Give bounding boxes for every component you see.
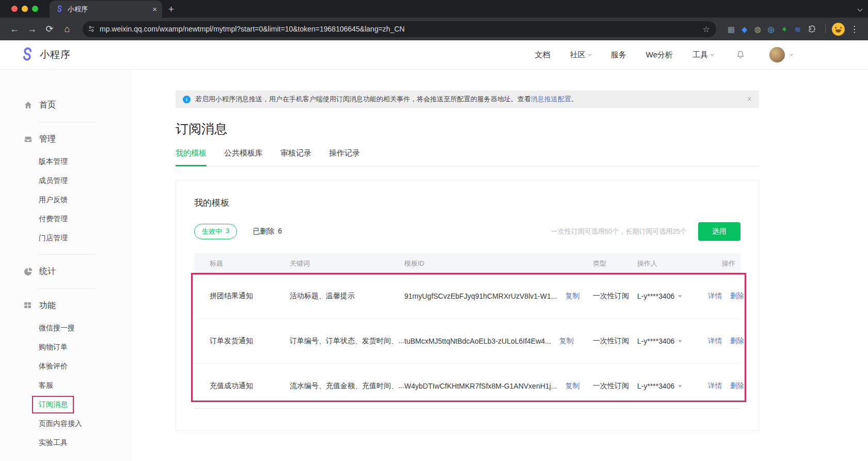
chevron-down-icon <box>711 52 714 56</box>
delete-link[interactable]: 删除 <box>730 292 744 300</box>
ext-grid-icon[interactable]: ▦ <box>728 25 735 33</box>
toolbar-divider <box>825 24 826 34</box>
sidebar-item-page-content-access[interactable]: 页面内容接入 <box>39 419 82 428</box>
sidebar-item-experiment-tools[interactable]: 实验工具 <box>39 438 68 448</box>
reload-icon[interactable]: ⟳ <box>42 22 57 36</box>
detail-link[interactable]: 详情 <box>708 292 722 300</box>
copy-link[interactable]: 复制 <box>559 336 574 346</box>
nav-services[interactable]: 服务 <box>611 50 626 60</box>
template-id-cell: W4ybDTIwCfKHtMKR7fSfx8M-G1ANVxenH1j... 复… <box>404 381 593 391</box>
chevron-down-icon <box>790 52 793 56</box>
browser-toolbar: ← → ⟳ ⌂ mp.weixin.qq.com/wxamp/newtmpl/m… <box>0 18 868 40</box>
extensions-puzzle-icon[interactable] <box>808 25 816 33</box>
tab-operation-records[interactable]: 操作记录 <box>329 148 360 166</box>
banner-text: 若启用小程序消息推送，用户在手机客户端使用订阅消息功能的相关事件，将会推送至所配… <box>195 95 531 104</box>
info-banner: i 若启用小程序消息推送，用户在手机客户端使用订阅消息功能的相关事件，将会推送至… <box>176 90 759 108</box>
sidebar-item-management[interactable]: 管理 <box>23 134 132 145</box>
sidebar-item-version-management[interactable]: 版本管理 <box>39 157 68 166</box>
col-operator: 操作人 <box>637 259 702 268</box>
notifications-bell-icon[interactable] <box>735 50 746 60</box>
banner-close-icon[interactable]: × <box>747 95 752 104</box>
template-type: 一次性订阅 <box>593 291 637 301</box>
main-content: i 若启用小程序消息推送，用户在手机客户端使用订阅消息功能的相关事件，将会推送至… <box>132 70 868 461</box>
caret-down-icon <box>678 340 682 343</box>
features-subitems: 微信搜一搜 购物订单 体验评价 客服 订阅消息 页面内容接入 实验工具 <box>39 324 132 448</box>
sidebar-item-statistics[interactable]: 统计 <box>23 266 132 277</box>
template-id-cell: tuBMcxMJ5ttqNtBdcAoELb3-zULoL6If4Ew4... … <box>404 336 593 346</box>
copy-link[interactable]: 复制 <box>565 291 580 301</box>
delete-link[interactable]: 删除 <box>730 337 744 345</box>
ext-ring-icon[interactable]: ◎ <box>768 25 775 33</box>
screen: 小程序 × + ← → ⟳ ⌂ mp.weixin.qq.com/wxamp/n… <box>0 0 868 461</box>
url-text[interactable]: mp.weixin.qq.com/wxamp/newtmpl/mytmpl?st… <box>100 25 698 33</box>
col-template-id: 模板ID <box>404 259 593 268</box>
chevron-down-icon <box>588 52 592 56</box>
nav-docs[interactable]: 文档 <box>535 50 550 60</box>
operator-dropdown[interactable]: L-y****3406 <box>637 382 702 390</box>
tab-my-templates[interactable]: 我的模板 <box>176 148 207 166</box>
sidebar-item-label: 统计 <box>39 266 56 277</box>
sidebar-item-features[interactable]: 功能 <box>23 300 132 311</box>
copy-link[interactable]: 复制 <box>565 381 580 391</box>
delete-link[interactable]: 删除 <box>730 382 744 390</box>
sidebar-item-customer-service[interactable]: 客服 <box>39 381 53 390</box>
select-template-button[interactable]: 选用 <box>698 222 740 241</box>
ext-layers-icon[interactable]: ≋ <box>794 25 801 33</box>
sidebar-item-wechat-search[interactable]: 微信搜一搜 <box>39 324 75 333</box>
management-subitems: 版本管理 成员管理 用户反馈 付费管理 门店管理 <box>39 157 132 243</box>
operator-dropdown[interactable]: L-y****3406 <box>637 337 702 345</box>
brand[interactable]: 小程序 <box>20 47 71 63</box>
home-icon <box>23 100 33 110</box>
sidebar-item-payment-management[interactable]: 付费管理 <box>39 214 68 224</box>
quota-hint: 一次性订阅可选用50个，长期订阅可选用25个 <box>551 227 687 236</box>
address-bar[interactable]: mp.weixin.qq.com/wxamp/newtmpl/mytmpl?st… <box>83 21 716 37</box>
minimize-window-icon[interactable] <box>22 6 28 12</box>
maximize-window-icon[interactable] <box>32 6 38 12</box>
sidebar-item-store-management[interactable]: 门店管理 <box>39 234 68 243</box>
col-type: 类型 <box>593 259 637 268</box>
template-keywords: 活动标题、温馨提示 <box>290 291 404 301</box>
caret-down-icon <box>678 385 682 388</box>
browser-profile-avatar[interactable] <box>832 23 845 36</box>
nav-we-analytics[interactable]: We分析 <box>646 50 673 60</box>
nav-tools[interactable]: 工具 <box>692 50 714 60</box>
filter-deleted[interactable]: 已删除 6 <box>252 227 282 236</box>
site-settings-icon[interactable] <box>88 25 95 33</box>
bookmark-star-icon[interactable]: ☆ <box>703 24 710 34</box>
tab-close-icon[interactable]: × <box>152 5 157 13</box>
sidebar-item-member-management[interactable]: 成员管理 <box>39 176 68 186</box>
ext-gem-icon[interactable]: ◆ <box>741 25 748 33</box>
close-window-icon[interactable] <box>11 6 18 12</box>
back-icon[interactable]: ← <box>7 22 22 36</box>
account-menu[interactable] <box>769 47 793 63</box>
sidebar-item-label: 首页 <box>39 100 56 111</box>
miniprogram-favicon-icon <box>56 5 64 13</box>
message-push-config-link[interactable]: 消息推送配置 <box>531 95 571 104</box>
row-actions: 详情 删除 <box>702 336 749 346</box>
filter-active-pill[interactable]: 生效中 3 <box>194 224 237 239</box>
detail-link[interactable]: 详情 <box>708 337 722 345</box>
browser-tab[interactable]: 小程序 × <box>50 1 162 18</box>
detail-link[interactable]: 详情 <box>708 382 722 390</box>
sidebar-item-home[interactable]: 首页 <box>23 100 132 111</box>
tab-public-template-library[interactable]: 公共模板库 <box>224 148 263 166</box>
sidebar-item-subscribe-message[interactable]: 订阅消息 <box>39 400 68 409</box>
sidebar-item-shopping-orders[interactable]: 购物订单 <box>39 343 68 352</box>
home-icon[interactable]: ⌂ <box>60 22 74 36</box>
sidebar-item-experience-review[interactable]: 体验评价 <box>39 362 68 371</box>
tray-icon <box>23 134 33 144</box>
filter-deleted-count: 6 <box>278 227 282 236</box>
tab-search-icon[interactable] <box>858 4 862 13</box>
browser-menu-icon[interactable]: ⋮ <box>848 24 861 35</box>
operator-dropdown[interactable]: L-y****3406 <box>637 292 702 300</box>
filter-row: 生效中 3 已删除 6 一次性订阅可选用50个，长期订阅可选用25个 选用 <box>194 222 740 241</box>
nav-community[interactable]: 社区 <box>570 50 591 60</box>
forward-icon[interactable]: → <box>25 22 39 36</box>
ext-globe-icon[interactable]: ◍ <box>754 25 761 33</box>
ext-star-icon[interactable]: ✶ <box>781 25 788 33</box>
col-actions: 操作 <box>702 259 740 268</box>
new-tab-button[interactable]: + <box>168 4 174 15</box>
sidebar-item-user-feedback[interactable]: 用户反馈 <box>39 195 68 205</box>
table-header: 标题 关键词 模板ID 类型 操作人 操作 <box>194 253 740 274</box>
tab-review-records[interactable]: 审核记录 <box>280 148 311 166</box>
